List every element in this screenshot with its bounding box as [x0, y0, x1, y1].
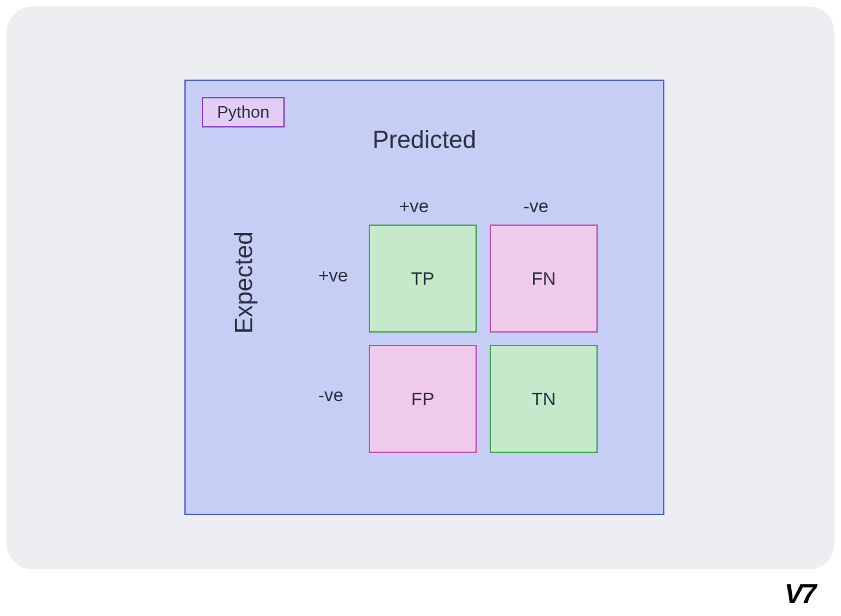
row-header-positive: +ve [318, 265, 348, 286]
column-header-positive: +ve [399, 196, 429, 217]
confusion-matrix-panel: Python Predicted Expected +ve -ve +ve -v… [184, 80, 664, 515]
brand-logo: V7 [785, 578, 815, 610]
row-header-negative: -ve [318, 385, 344, 406]
axis-predicted-label: Predicted [186, 126, 663, 154]
cell-true-positive: TP [369, 225, 477, 333]
cell-false-positive: FP [369, 345, 477, 453]
cell-false-negative: FN [490, 225, 598, 333]
column-header-negative: -ve [523, 196, 549, 217]
cell-true-negative: TN [490, 345, 598, 453]
language-tag: Python [202, 97, 285, 127]
axis-expected-label: Expected [230, 218, 258, 347]
outer-container: Python Predicted Expected +ve -ve +ve -v… [6, 6, 835, 569]
